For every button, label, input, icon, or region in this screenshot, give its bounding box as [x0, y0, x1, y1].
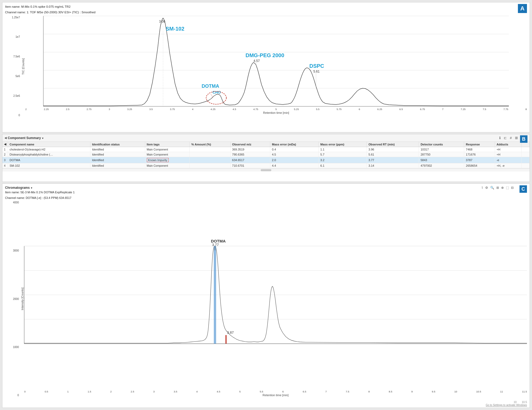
- panel-b-header: ◀ Component Summary ℹ ⊏ # ⊞ B: [2, 134, 530, 142]
- item-tag-2: Main Component: [145, 152, 190, 157]
- svg-text:DMG-PEG 2000: DMG-PEG 2000: [246, 52, 284, 58]
- scrollbar-thumb[interactable]: [261, 169, 271, 171]
- layout2-icon[interactable]: ⊟: [511, 186, 514, 190]
- table-row[interactable]: 1 cholesterol-O(cleavage)-H2 Identified …: [2, 147, 530, 152]
- col-sort[interactable]: ◀: [2, 142, 8, 147]
- component-name-3: DOTMA: [8, 157, 90, 163]
- panel-c-title[interactable]: Chromatograms: [5, 186, 33, 190]
- detector-counts-1: 10317: [419, 147, 464, 152]
- magnify-icon[interactable]: ⊕: [501, 186, 504, 190]
- zoom-icon[interactable]: 🔍: [490, 186, 494, 190]
- col-detector-counts[interactable]: Detector counts: [419, 142, 464, 147]
- svg-text:3.77: 3.77: [212, 243, 219, 247]
- col-amount[interactable]: % Amount (%): [190, 142, 230, 147]
- panel-c-label: C: [519, 185, 527, 193]
- panel-c: Chromatograms ⌇ ⚙ 🔍 ⊞ ⊕ ⬚ ⊟ C Item name:…: [2, 183, 530, 408]
- info-icon[interactable]: ℹ: [499, 136, 501, 140]
- activation-text[interactable]: Go to Settings to activate Windows: [486, 404, 527, 407]
- mass-error-ppm-3: 3.2: [319, 157, 367, 163]
- row-num-2: 2: [2, 152, 8, 157]
- svg-text:4.57: 4.57: [253, 59, 260, 63]
- panel-a-item-name: Item name: M-Mix 0.1% spike 0.075 mg/mL …: [5, 5, 527, 9]
- col-mass-error-ppm[interactable]: Mass error (ppm): [319, 142, 367, 147]
- table-scrollbar[interactable]: [2, 168, 530, 171]
- detector-counts-4: 4797002: [419, 163, 464, 168]
- row-num-4: 4: [2, 163, 8, 168]
- panel-a-y-label: TIC [Counts]: [21, 16, 25, 117]
- filter-icon[interactable]: ⊞: [496, 186, 499, 190]
- col-mass-error-mda[interactable]: Mass error (mDa): [270, 142, 319, 147]
- mass-error-mda-3: 2.0: [270, 157, 319, 163]
- panel-c-item-name: Item name: 5E-3 M-Mix 0.1% DOTMA ExpRepl…: [5, 190, 527, 195]
- col-observed-rt[interactable]: Observed RT (min): [367, 142, 419, 147]
- panel-c-channel-name: Channel name: DOTMA [-e] : (53.4 PPM) 63…: [5, 196, 527, 200]
- panel-c-y-axis: 4000 3000 2000 1000 0: [5, 201, 20, 397]
- id-status-1: Identified: [90, 147, 145, 152]
- panel-b-title[interactable]: Component Summary: [8, 136, 44, 140]
- svg-text:CHO: CHO: [213, 90, 221, 94]
- svg-text:3.87: 3.87: [227, 330, 234, 334]
- table-row[interactable]: 4 SM-102 Identified Main Component 710.6…: [2, 163, 530, 168]
- amount-4: [190, 163, 230, 168]
- mass-error-mda-2: 4.5: [270, 152, 319, 157]
- peak-detect-icon[interactable]: ⌇: [481, 186, 483, 190]
- hash-icon[interactable]: #: [510, 136, 512, 140]
- mz-2: 790.6365: [230, 152, 270, 157]
- panel-b-table-container[interactable]: ◀ Component name Identification status I…: [2, 142, 530, 168]
- svg-text:3.06: 3.06: [159, 20, 165, 23]
- item-tag-4: Main Component: [145, 163, 190, 168]
- panel-a: Item name: M-Mix 0.1% spike 0.075 mg/mL …: [2, 2, 530, 132]
- mass-error-ppm-4: 6.1: [319, 163, 367, 168]
- panel-c-chart-container: 4000 3000 2000 1000 0 Intensity [Counts]: [5, 201, 527, 397]
- amount-3: [190, 157, 230, 163]
- windows-activation[interactable]: 10 10.5 Go to Settings to activate Windo…: [486, 401, 527, 407]
- panel-c-svg: DOTMA 3.77 3.87: [24, 201, 527, 389]
- col-item-tags[interactable]: Item tags: [145, 142, 190, 147]
- rt-3: 3.77: [367, 157, 419, 163]
- table-header-row: ◀ Component name Identification status I…: [2, 142, 530, 147]
- item-tag-3: Known Impurity: [145, 157, 190, 163]
- mass-error-mda-1: 0.4: [270, 147, 319, 152]
- panel-c-chart: DOTMA 3.77 3.87 0 0.5 1 1.5 2 2.5 3 3.5: [24, 201, 527, 397]
- item-tag-1: Main Component: [145, 147, 190, 152]
- row-num-1: 1: [2, 147, 8, 152]
- adducts-1: +H: [495, 147, 521, 152]
- panel-b-label: B: [520, 135, 527, 143]
- mass-error-mda-4: 4.4: [270, 163, 319, 168]
- mass-error-ppm-2: 5.7: [319, 152, 367, 157]
- mz-3: 634.6517: [230, 157, 270, 163]
- table-row[interactable]: 2 Distearoylphosphatidylcholine (… Ident…: [2, 152, 530, 157]
- layout1-icon[interactable]: ⬚: [506, 186, 509, 190]
- detector-counts-3: 5843: [419, 157, 464, 163]
- amount-1: [190, 147, 230, 152]
- svg-text:5.61: 5.61: [313, 70, 320, 73]
- mz-4: 710.6701: [230, 163, 270, 168]
- svg-text:DSPC: DSPC: [309, 63, 324, 69]
- col-component-name[interactable]: Component name: [8, 142, 90, 147]
- id-status-3: Identified: [90, 157, 145, 163]
- col-response[interactable]: Response: [464, 142, 495, 147]
- col-id-status[interactable]: Identification status: [90, 142, 145, 147]
- mass-error-ppm-1: 1.1: [319, 147, 367, 152]
- panel-c-header: Chromatograms ⌇ ⚙ 🔍 ⊞ ⊕ ⬚ ⊟: [5, 186, 527, 190]
- response-2: 171676: [464, 152, 495, 157]
- detector-counts-2: 287750: [419, 152, 464, 157]
- response-1: 7468: [464, 147, 495, 152]
- col-adducts[interactable]: Adducts: [495, 142, 521, 147]
- svg-line-13: [211, 94, 213, 98]
- row-num-3: 3: [2, 157, 8, 163]
- col-observed-mz[interactable]: Observed m/z: [230, 142, 270, 147]
- panel-a-chart-container: 1.25e7 1e7 7.5e6 5e6 2.5e6 0 TIC [Counts…: [5, 16, 527, 117]
- export-icon[interactable]: ⊏: [504, 136, 507, 140]
- component-table: ◀ Component name Identification status I…: [2, 142, 530, 168]
- panel-a-svg: 3.06 SM-102 DOTMA CHO DMG-PEG 2000 4.57: [25, 16, 527, 106]
- grid-icon[interactable]: ⊞: [515, 136, 518, 140]
- amount-2: [190, 152, 230, 157]
- svg-rect-27: [225, 335, 227, 344]
- svg-text:DOTMA: DOTMA: [202, 83, 219, 89]
- table-row-selected[interactable]: 3 DOTMA Identified Known Impurity 634.65…: [2, 157, 530, 163]
- settings-icon[interactable]: ⚙: [485, 186, 488, 190]
- panel-c-x-ticks: 0 0.5 1 1.5 2 2.5 3 3.5 4 4.5 5 5.5 6 6.…: [24, 390, 527, 393]
- response-3: 3787: [464, 157, 495, 163]
- component-name-2: Distearoylphosphatidylcholine (…: [8, 152, 90, 157]
